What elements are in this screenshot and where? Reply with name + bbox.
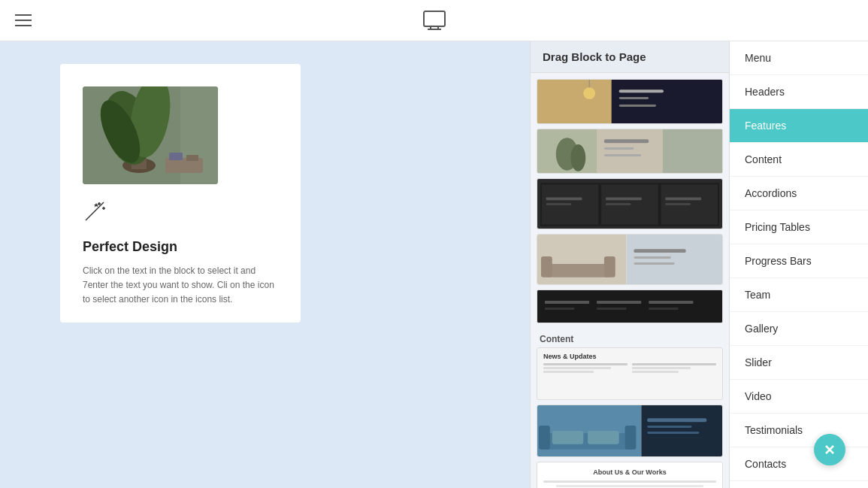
sidebar-item-progress-bars[interactable]: Progress Bars: [730, 244, 868, 278]
design-title: Perfect Design: [83, 239, 278, 255]
svg-rect-52: [634, 256, 670, 259]
svg-rect-51: [634, 249, 685, 253]
svg-rect-53: [634, 262, 674, 265]
svg-rect-65: [625, 426, 637, 450]
sidebar-item-video[interactable]: Video: [730, 380, 868, 414]
svg-rect-40: [546, 197, 582, 200]
block-about[interactable]: About Us & Our Works: [537, 462, 723, 488]
svg-rect-21: [537, 79, 612, 124]
svg-rect-33: [604, 139, 649, 143]
canvas-area: Perfect Design Click on the text in the …: [0, 41, 530, 488]
svg-rect-59: [597, 308, 627, 310]
sidebar-item-content[interactable]: Content: [730, 143, 868, 177]
svg-rect-44: [665, 197, 701, 200]
main-area: Perfect Design Click on the text in the …: [0, 41, 868, 488]
sidebar-item-contacts[interactable]: Contacts: [730, 447, 868, 481]
plant-image: [83, 86, 218, 184]
svg-rect-60: [649, 308, 679, 310]
svg-rect-49: [541, 256, 552, 277]
svg-point-32: [570, 144, 585, 171]
svg-rect-12: [169, 153, 183, 160]
block-dark-strip[interactable]: [537, 289, 723, 323]
svg-rect-26: [619, 97, 649, 99]
block-sofa[interactable]: [537, 405, 723, 457]
sidebar-item-gallery[interactable]: Gallery: [730, 312, 868, 346]
svg-rect-68: [647, 418, 706, 422]
svg-rect-48: [545, 264, 612, 277]
svg-rect-34: [604, 147, 634, 150]
svg-rect-25: [619, 89, 664, 92]
sidebar-item-headers[interactable]: Headers: [730, 75, 868, 109]
block-feature[interactable]: [537, 234, 723, 285]
svg-rect-42: [606, 197, 642, 200]
svg-rect-27: [619, 105, 656, 107]
svg-rect-64: [539, 426, 550, 450]
svg-rect-45: [665, 203, 690, 205]
content-section-label: Content: [537, 328, 723, 347]
sidebar-item-accordions[interactable]: Accordions: [730, 177, 868, 211]
svg-point-23: [583, 87, 595, 99]
svg-rect-13: [186, 155, 198, 161]
block-lighting[interactable]: [537, 79, 723, 124]
svg-rect-58: [545, 308, 575, 310]
svg-rect-57: [649, 301, 693, 304]
top-bar: [0, 0, 868, 41]
monitor-icon[interactable]: [422, 10, 446, 31]
svg-rect-47: [627, 234, 722, 284]
sidebar-item-testimonials[interactable]: Testimonials: [730, 414, 868, 447]
block-dark-grid[interactable]: [537, 178, 723, 229]
svg-rect-35: [604, 154, 641, 156]
block-interior[interactable]: [537, 129, 723, 174]
svg-rect-62: [641, 405, 722, 456]
sidebar-item-slider[interactable]: Slider: [730, 346, 868, 380]
svg-rect-66: [552, 431, 583, 444]
design-card: Perfect Design Click on the text in the …: [60, 64, 301, 323]
svg-rect-30: [663, 129, 722, 174]
svg-line-15: [98, 202, 104, 208]
svg-rect-67: [588, 431, 618, 444]
sidebar-item-features[interactable]: Features: [730, 109, 868, 143]
design-description: Click on the text in the block to select…: [83, 264, 278, 308]
drag-panel-header: Drag Block to Page: [531, 41, 729, 73]
svg-rect-55: [545, 301, 589, 304]
hamburger-menu[interactable]: [15, 14, 32, 26]
svg-rect-0: [424, 11, 445, 26]
svg-rect-54: [537, 289, 722, 323]
svg-rect-22: [612, 79, 722, 124]
sidebar-item-team[interactable]: Team: [730, 278, 868, 312]
svg-rect-70: [647, 432, 699, 434]
right-sidebar: Menu Headers Features Content Accordions…: [729, 41, 868, 488]
block-news[interactable]: News & Updates: [537, 347, 723, 400]
sidebar-item-pricing-tables[interactable]: Pricing Tables: [730, 211, 868, 244]
svg-rect-43: [606, 203, 631, 205]
svg-line-14: [86, 208, 98, 220]
drag-panel: Drag Block to Page: [530, 41, 729, 488]
close-button[interactable]: [814, 434, 845, 465]
sidebar-item-menu[interactable]: Menu: [730, 41, 868, 75]
svg-rect-50: [604, 256, 615, 277]
drag-panel-content[interactable]: Content News & Updates: [531, 73, 729, 488]
svg-rect-29: [597, 129, 663, 174]
wand-icon: [83, 199, 278, 229]
svg-rect-56: [597, 301, 641, 304]
svg-rect-69: [647, 426, 691, 428]
svg-rect-41: [546, 203, 571, 205]
